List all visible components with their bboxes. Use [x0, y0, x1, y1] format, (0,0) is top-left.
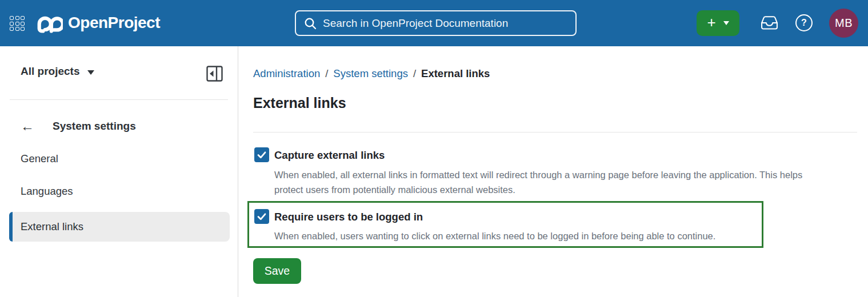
capture-external-links-description: When enabled, all external links in form… — [274, 167, 827, 197]
capture-external-links-label[interactable]: Capture external links — [274, 149, 385, 162]
checkmark-icon — [257, 150, 267, 160]
notifications-inbox-button[interactable] — [761, 14, 778, 33]
breadcrumb-separator: / — [325, 67, 328, 80]
collapse-sidebar-icon — [206, 66, 223, 82]
main-content: Administration / System settings / Exter… — [239, 46, 868, 297]
sidebar: All projects ← System settings General L… — [0, 46, 238, 297]
chevron-down-icon — [723, 21, 729, 25]
capture-external-links-checkbox[interactable] — [254, 147, 269, 162]
app-window: OpenProject + ? MB All proje — [0, 0, 868, 297]
project-filter-dropdown[interactable]: All projects — [21, 65, 94, 78]
avatar-initials: MB — [835, 17, 853, 30]
content-divider — [253, 132, 857, 133]
require-login-label[interactable]: Require users to be logged in — [274, 211, 423, 223]
breadcrumb: Administration / System settings / Exter… — [253, 67, 490, 80]
inbox-icon — [761, 14, 778, 31]
chevron-down-icon — [87, 70, 94, 75]
breadcrumb-system-settings[interactable]: System settings — [333, 67, 408, 80]
save-button[interactable]: Save — [253, 258, 301, 284]
top-header: OpenProject + ? MB — [0, 0, 868, 46]
breadcrumb-administration[interactable]: Administration — [253, 67, 320, 80]
project-filter-label: All projects — [21, 65, 79, 78]
plus-icon: + — [707, 15, 715, 30]
sidebar-item-external-links[interactable]: External links — [9, 212, 230, 242]
sidebar-back-system-settings[interactable]: ← System settings — [21, 119, 136, 133]
openproject-logo-icon — [35, 12, 63, 34]
search-input[interactable] — [323, 17, 567, 30]
collapse-sidebar-button[interactable] — [206, 66, 223, 83]
back-arrow-icon: ← — [21, 119, 34, 133]
checkmark-icon — [257, 211, 267, 222]
global-search[interactable] — [295, 10, 577, 36]
sidebar-section-title: System settings — [53, 120, 136, 133]
quick-add-button[interactable]: + — [697, 10, 739, 36]
sidebar-item-languages[interactable]: Languages — [21, 185, 73, 198]
search-icon — [304, 17, 317, 30]
user-avatar[interactable]: MB — [829, 9, 858, 38]
require-login-checkbox[interactable] — [254, 209, 269, 224]
page-title: External links — [253, 95, 346, 111]
app-name: OpenProject — [68, 14, 160, 32]
help-button[interactable]: ? — [795, 14, 813, 31]
require-login-description: When enabled, users wanting to click on … — [274, 228, 715, 243]
breadcrumb-current: External links — [421, 67, 490, 80]
sidebar-item-label: External links — [21, 220, 83, 233]
sidebar-item-general[interactable]: General — [21, 152, 58, 165]
apps-grid-icon[interactable] — [10, 16, 25, 31]
sidebar-divider — [10, 99, 228, 100]
highlighted-setting-box: Require users to be logged in When enabl… — [247, 201, 763, 248]
question-mark-icon: ? — [801, 18, 807, 28]
breadcrumb-separator: / — [413, 67, 416, 80]
openproject-logo[interactable]: OpenProject — [35, 7, 160, 38]
